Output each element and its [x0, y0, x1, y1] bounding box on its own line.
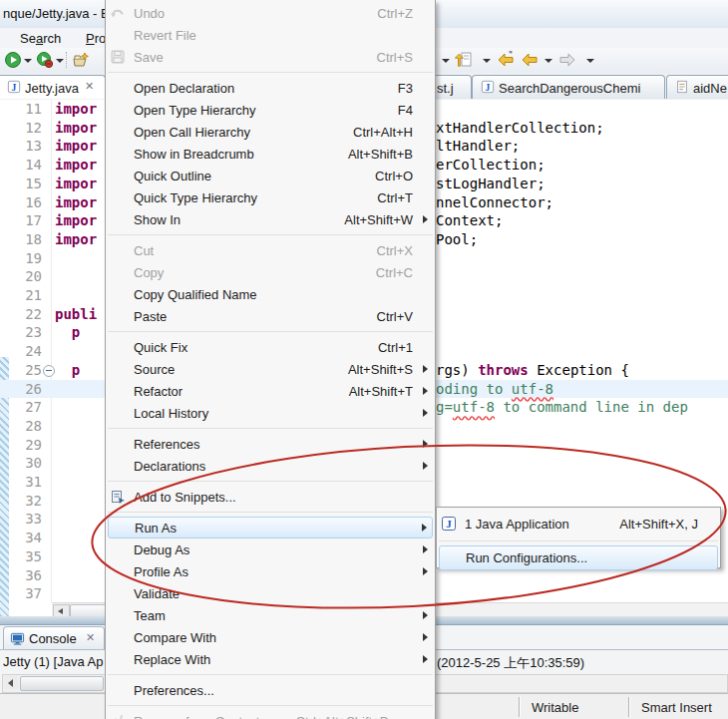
menu-item-show-in-breadcrumb[interactable]: Show in BreadcrumbAlt+Shift+B	[106, 143, 435, 165]
line-number: 25	[10, 362, 42, 378]
run-dropdown-icon[interactable]	[24, 59, 32, 63]
menu-item-shortcut: Alt+Shift+T	[349, 384, 421, 399]
menu-item-add-to-snippets[interactable]: Add to Snippets...	[106, 486, 435, 508]
menu-item-paste[interactable]: PasteCtrl+V	[106, 305, 435, 327]
scrollbar-thumb[interactable]	[20, 676, 104, 691]
arrow-slot	[421, 193, 429, 201]
forward-icon[interactable]	[558, 51, 576, 69]
arrow-slot	[421, 31, 429, 39]
scroll-left-button[interactable]	[4, 676, 18, 689]
arrow-slot	[706, 520, 714, 528]
last-edit-location-icon[interactable]	[455, 51, 473, 69]
arrow-slot	[705, 554, 713, 562]
menu-item-open-type-hierarchy[interactable]: Open Type HierarchyF4	[106, 99, 435, 121]
menu-item-show-in[interactable]: Show InAlt+Shift+W	[106, 208, 435, 230]
line-number: 28	[10, 418, 42, 434]
arrow-slot	[421, 172, 429, 180]
arrow-slot	[421, 106, 429, 114]
line-number: 17	[10, 212, 42, 228]
menu-item-replace-with[interactable]: Replace With	[106, 648, 435, 670]
arrow-slot	[421, 493, 429, 501]
menu-item-source[interactable]: SourceAlt+Shift+S	[106, 358, 435, 380]
line-number: 23	[10, 324, 42, 340]
menu-item-references[interactable]: References	[106, 433, 435, 455]
menu-item-quick-outline[interactable]: Quick OutlineCtrl+O	[106, 165, 435, 186]
menu-item-label: Add to Snippets...	[134, 490, 413, 505]
scroll-left-button[interactable]	[53, 604, 70, 616]
menu-icon-slot	[110, 80, 134, 96]
line-number: 30	[10, 455, 42, 471]
menubar-item-search[interactable]: Search	[14, 30, 67, 47]
line-number: 22	[10, 306, 42, 322]
line-number: 33	[10, 511, 42, 527]
menu-item-copy-qualified-name[interactable]: Copy Qualified Name	[106, 283, 435, 305]
line-number: 37	[10, 585, 42, 601]
submenu-arrow-icon	[420, 524, 428, 532]
fold-collapse-icon[interactable]	[43, 365, 55, 377]
menu-icon-slot	[110, 124, 134, 140]
menu-item-open-call-hierarchy[interactable]: Open Call HierarchyCtrl+Alt+H	[106, 121, 435, 143]
tab-aidne[interactable]: aidNe	[666, 75, 728, 99]
dropdown-icon[interactable]	[545, 59, 552, 63]
menu-item-compare-with[interactable]: Compare With	[106, 626, 435, 648]
menu-item-team[interactable]: Team	[106, 604, 435, 626]
menu-item-validate[interactable]: Validate	[106, 582, 435, 604]
menu-item-shortcut: F3	[398, 81, 421, 96]
menu-item-1-java-application[interactable]: J1 Java ApplicationAlt+Shift+X, J	[437, 511, 720, 537]
menu-item-local-history[interactable]: Local History	[106, 402, 435, 424]
line-number: 27	[10, 399, 42, 415]
menu-item-label: References	[134, 437, 413, 452]
debug-dropdown-icon[interactable]	[56, 59, 64, 63]
menu-icon-slot	[110, 458, 134, 474]
submenu-arrow-icon	[421, 655, 429, 663]
back-to-last-edit-icon[interactable]: *	[497, 51, 515, 69]
menu-item-preferences[interactable]: Preferences...	[106, 679, 435, 701]
menu-separator	[108, 674, 433, 675]
menu-item-undo: UndoCtrl+Z	[106, 2, 435, 24]
menu-item-run-configurations[interactable]: Run Configurations...	[439, 545, 718, 570]
line-number: 13	[10, 138, 42, 154]
new-wizard-icon[interactable]	[72, 51, 90, 69]
console-tab[interactable]: Console ✕	[3, 626, 105, 650]
line-number: 18	[10, 231, 42, 247]
menu-icon-slot	[110, 585, 134, 601]
menu-item-refactor[interactable]: RefactorAlt+Shift+T	[106, 380, 435, 402]
menu-item-declarations[interactable]: Declarations	[106, 455, 435, 477]
menu-item-run-as[interactable]: Run As	[108, 517, 433, 539]
code-text-left: impor	[55, 176, 97, 191]
svg-text:J: J	[486, 82, 491, 93]
tab-searchdangerouschemi[interactable]: JSearchDangerousChemi	[472, 75, 665, 99]
arrow-slot	[421, 128, 429, 136]
tab-label: st.j	[437, 81, 454, 96]
menu-icon-slot	[110, 339, 134, 355]
menu-icon-slot	[110, 146, 134, 162]
line-number: 32	[10, 493, 42, 509]
dropdown-icon[interactable]	[442, 59, 450, 63]
menu-item-label: Revert File	[134, 28, 413, 43]
debug-icon[interactable]	[36, 51, 54, 69]
menu-item-label: Run Configurations...	[466, 550, 697, 565]
tab-jetty-java[interactable]: JJetty.java✕	[0, 75, 106, 99]
code-text-left: p	[72, 362, 80, 378]
back-icon[interactable]	[521, 51, 539, 69]
dropdown-icon[interactable]	[586, 59, 594, 63]
menu-item-debug-as[interactable]: Debug As	[106, 539, 435, 560]
menu-item-quick-type-hierarchy[interactable]: Quick Type HierarchyCtrl+T	[106, 186, 435, 208]
menu-separator	[108, 234, 433, 235]
close-icon[interactable]: ✕	[85, 80, 94, 93]
arrow-slot	[421, 84, 429, 92]
menu-item-open-declaration[interactable]: Open DeclarationF3	[106, 77, 435, 99]
dropdown-icon[interactable]	[483, 59, 491, 63]
menu-icon-slot	[110, 607, 134, 623]
status-insert-mode: Smart Insert	[641, 700, 712, 715]
menu-item-quick-fix[interactable]: Quick FixCtrl+1	[106, 336, 435, 358]
menu-icon-slot	[442, 550, 466, 566]
console-title-right: (2012-5-25 上午10:35:59)	[437, 654, 584, 672]
arrow-slot	[421, 686, 429, 694]
line-number: 19	[10, 250, 42, 266]
run-icon[interactable]	[4, 51, 22, 69]
menu-item-profile-as[interactable]: Profile As	[106, 560, 435, 582]
line-number: 20	[10, 268, 42, 284]
close-icon[interactable]: ✕	[86, 631, 95, 644]
status-divider	[628, 697, 630, 717]
